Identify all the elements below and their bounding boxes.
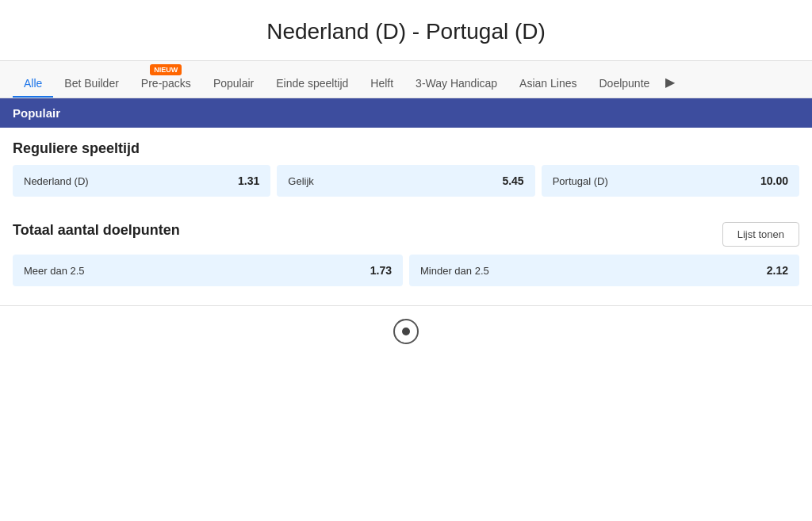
subsection-header-row-totaal: Totaal aantal doelpunten Lijst tonen bbox=[13, 222, 799, 247]
tab-einde-speeltijd[interactable]: Einde speeltijd bbox=[265, 67, 359, 98]
lijst-tonen-button[interactable]: Lijst tonen bbox=[722, 222, 799, 247]
badge-nieuw: NIEUW bbox=[150, 64, 182, 75]
tab-helft[interactable]: Helft bbox=[359, 67, 404, 98]
scroll-dot bbox=[402, 328, 410, 335]
tab-bet-builder[interactable]: Bet Builder bbox=[53, 67, 129, 98]
tab-scroll-arrow[interactable]: ▶ bbox=[661, 65, 680, 98]
bet-row-reguliere: Nederland (D) 1.31 Gelijk 5.45 Portugal … bbox=[13, 165, 799, 197]
subsection-reguliere-speeltijd: Reguliere speeltijd Nederland (D) 1.31 G… bbox=[0, 128, 812, 209]
bet-odds-minder-dan: 2.12 bbox=[767, 264, 788, 277]
bet-label-gelijk: Gelijk bbox=[288, 175, 314, 187]
chevron-right-icon: ▶ bbox=[665, 75, 675, 90]
section-header-populair: Populair bbox=[0, 98, 812, 128]
bet-odds-portugal: 10.00 bbox=[760, 174, 788, 187]
bet-odds-meer-dan: 1.73 bbox=[370, 264, 392, 277]
subsection-totaal-doelpunten: Totaal aantal doelpunten Lijst tonen Mee… bbox=[0, 209, 812, 299]
tab-3way-handicap[interactable]: 3-Way Handicap bbox=[404, 67, 508, 98]
bet-cell-gelijk[interactable]: Gelijk 5.45 bbox=[277, 165, 534, 197]
bet-odds-nederland: 1.31 bbox=[238, 174, 259, 187]
subsection-title-reguliere: Reguliere speeltijd bbox=[13, 140, 799, 157]
tab-doelpunte[interactable]: Doelpunte bbox=[588, 67, 661, 98]
page-wrapper: Nederland (D) - Portugal (D) Alle Bet Bu… bbox=[0, 0, 812, 521]
bet-label-meer-dan: Meer dan 2.5 bbox=[24, 265, 85, 277]
tab-alle[interactable]: Alle bbox=[13, 67, 53, 98]
bet-cell-minder-dan[interactable]: Minder dan 2.5 2.12 bbox=[409, 255, 799, 286]
bet-cell-meer-dan[interactable]: Meer dan 2.5 1.73 bbox=[13, 255, 403, 286]
bet-cell-portugal[interactable]: Portugal (D) 10.00 bbox=[542, 165, 799, 197]
bet-label-minder-dan: Minder dan 2.5 bbox=[420, 265, 489, 277]
content-area: Populair Reguliere speeltijd Nederland (… bbox=[0, 98, 812, 357]
bet-label-portugal: Portugal (D) bbox=[553, 175, 608, 187]
tabs-container: Alle Bet Builder NIEUW Pre-packs Populai… bbox=[0, 61, 812, 98]
bottom-bar bbox=[0, 305, 812, 357]
subsection-title-totaal: Totaal aantal doelpunten bbox=[13, 222, 180, 239]
tab-asian-lines[interactable]: Asian Lines bbox=[508, 67, 588, 98]
bet-odds-gelijk: 5.45 bbox=[502, 174, 523, 187]
bet-label-nederland: Nederland (D) bbox=[24, 175, 89, 187]
tab-populair[interactable]: Populair bbox=[202, 67, 265, 98]
tab-pre-packs[interactable]: NIEUW Pre-packs bbox=[130, 61, 202, 98]
page-title: Nederland (D) - Portugal (D) bbox=[0, 0, 812, 60]
bet-cell-nederland[interactable]: Nederland (D) 1.31 bbox=[13, 165, 270, 197]
bet-row-totaal: Meer dan 2.5 1.73 Minder dan 2.5 2.12 bbox=[13, 255, 799, 286]
scroll-indicator[interactable] bbox=[393, 319, 419, 344]
